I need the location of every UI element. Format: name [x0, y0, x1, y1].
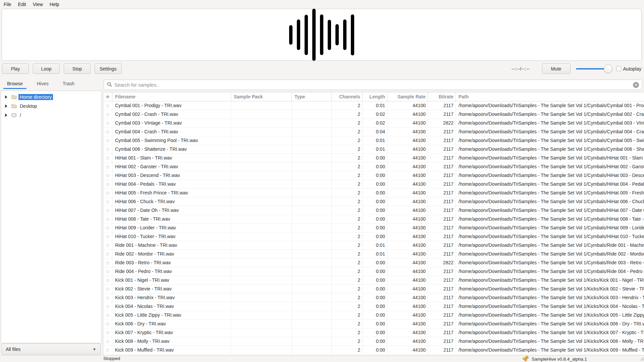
table-row[interactable]: ☆Cymbal 003 - VIntage - TRI.wav20:024410…: [103, 119, 644, 128]
favorite-star-icon[interactable]: ☆: [103, 302, 112, 311]
favorite-star-icon[interactable]: ☆: [103, 328, 112, 337]
settings-button[interactable]: Settings: [95, 63, 122, 74]
cell-path: /home/apoorv/Downloads/TriSamples - The …: [456, 250, 644, 258]
mute-button[interactable]: Mute: [542, 63, 571, 74]
favorite-star-icon[interactable]: ☆: [103, 197, 112, 206]
favorite-star-icon[interactable]: ☆: [103, 101, 112, 110]
column-header-bitrate[interactable]: Bitrate: [428, 92, 456, 101]
favorite-star-icon[interactable]: ☆: [103, 171, 112, 180]
table-row[interactable]: ☆HiHat 004 - Pedals - TRI.wav20:00441002…: [103, 180, 644, 189]
expander-arrow-icon[interactable]: [5, 104, 7, 108]
cell-channels: 2: [332, 224, 363, 232]
favorite-star-icon[interactable]: ☆: [103, 154, 112, 162]
table-row[interactable]: ☆Kick 009 - Muffled - TRI.wav20:00441002…: [103, 346, 644, 355]
waveform-panel[interactable]: [2, 9, 642, 61]
table-row[interactable]: ☆Cymbal 005 - Swimming Pool - TRI.wav20:…: [103, 136, 644, 145]
file-filter-dropdown[interactable]: All files ▼: [1, 344, 101, 355]
menu-help[interactable]: Help: [46, 0, 63, 9]
favorite-star-icon[interactable]: ☆: [103, 232, 112, 241]
expander-arrow-icon[interactable]: [5, 95, 7, 99]
favorite-star-icon[interactable]: ☆: [103, 163, 112, 171]
favorite-star-icon[interactable]: ☆: [103, 136, 112, 145]
column-header-length[interactable]: Length: [363, 92, 387, 101]
tree-item-desktop[interactable]: Desktop: [1, 101, 101, 110]
column-header-type[interactable]: Type: [292, 92, 332, 101]
autoplay-checkbox[interactable]: [616, 66, 621, 71]
menu-view[interactable]: View: [30, 0, 46, 9]
table-row[interactable]: ☆HiHat 009 - Lorider - TRI.wav20:0044100…: [103, 224, 644, 232]
table-row[interactable]: ☆Cymbal 006 - Shatterize - TRI.wav20:014…: [103, 145, 644, 154]
favorite-star-icon[interactable]: ☆: [103, 189, 112, 197]
menu-file[interactable]: File: [0, 0, 15, 9]
table-row[interactable]: ☆HiHat 008 - Tate - TRI.wav20:0044100211…: [103, 215, 644, 224]
favorite-star-icon[interactable]: ☆: [103, 311, 112, 319]
favorite-star-icon[interactable]: ☆: [103, 215, 112, 223]
volume-slider-knob[interactable]: [604, 64, 612, 73]
favorite-star-icon[interactable]: ☆: [103, 224, 112, 232]
favorite-star-icon[interactable]: ☆: [103, 145, 112, 153]
tab-hives[interactable]: Hives: [33, 77, 52, 91]
favorite-star-icon[interactable]: ☆: [103, 320, 112, 328]
table-row[interactable]: ☆HiHat 010 - Tucker - TRI.wav20:00441002…: [103, 232, 644, 241]
table-row[interactable]: ☆Cymbal 002 - Crash - TRI.wav20:02441002…: [103, 110, 644, 119]
table-row[interactable]: ☆HiHat 007 - Date Oh - TRI.wav20:0044100…: [103, 206, 644, 215]
favorite-star-icon[interactable]: ☆: [103, 259, 112, 267]
favorite-column-header[interactable]: ★: [103, 92, 112, 101]
resize-grip[interactable]: [639, 356, 644, 362]
favorite-star-icon[interactable]: ☆: [103, 267, 112, 276]
table-row[interactable]: ☆Kick 007 - Kryptic - TRI.wav20:00441002…: [103, 328, 644, 337]
tab-browse[interactable]: Browse: [3, 77, 26, 91]
table-row[interactable]: ☆Kick 004 - Nicolas - TRI.wav20:00441002…: [103, 302, 644, 311]
table-row[interactable]: ☆Ride 004 - Pedro - TRI.wav20:0044100211…: [103, 267, 644, 276]
tab-trash[interactable]: Trash: [59, 77, 78, 91]
volume-slider[interactable]: [576, 64, 612, 73]
cell-path: /home/apoorv/Downloads/TriSamples - The …: [456, 311, 644, 319]
file-filter-value: All files: [6, 347, 20, 352]
column-header-path[interactable]: Path: [456, 92, 644, 101]
table-row[interactable]: ☆Kick 003 - Hendrix - TRI.wav20:00441002…: [103, 293, 644, 302]
table-row[interactable]: ☆HiHat 006 - Chuck - TRI.wav20:004410021…: [103, 197, 644, 206]
table-row[interactable]: ☆Kick 001 - Nigel - TRI.wav20:0044100211…: [103, 276, 644, 285]
table-row[interactable]: ☆HiHat 001 - Slam - TRI.wav20:0044100211…: [103, 154, 644, 163]
search-input[interactable]: [114, 82, 633, 88]
favorite-star-icon[interactable]: ☆: [103, 337, 112, 346]
table-row[interactable]: ☆Kick 002 - Stevie - TRI.wav20:004410021…: [103, 285, 644, 293]
clear-search-icon[interactable]: ×: [633, 82, 639, 88]
menu-edit[interactable]: Edit: [15, 0, 30, 9]
favorite-star-icon[interactable]: ☆: [103, 250, 112, 258]
tree-item-home-directory[interactable]: Home directory: [1, 92, 101, 101]
table-row[interactable]: ☆Kick 008 - Molly - TRI.wav20:0044100211…: [103, 337, 644, 346]
cell-filename: Ride 001 - Machine - TRI.wav: [112, 241, 231, 250]
tree-item-root[interactable]: /: [1, 110, 101, 120]
favorite-star-icon[interactable]: ☆: [103, 241, 112, 250]
table-row[interactable]: ☆Ride 003 - Retro - TRI.wav20:0044100282…: [103, 259, 644, 267]
favorite-star-icon[interactable]: ☆: [103, 293, 112, 302]
table-row[interactable]: ☆Kick 005 - Little Zippy - TRI.wav20:004…: [103, 311, 644, 320]
play-button[interactable]: Play: [2, 63, 29, 74]
table-row[interactable]: ☆HiHat 002 - Ganster - TRI.wav20:0044100…: [103, 163, 644, 171]
favorite-star-icon[interactable]: ☆: [103, 346, 112, 354]
table-row[interactable]: ☆HiHat 005 - Fresh Prince - TRI.wav20:00…: [103, 189, 644, 197]
expander-arrow-icon[interactable]: [5, 114, 7, 117]
column-header-sample-rate[interactable]: Sample Rate: [387, 92, 428, 101]
table-row[interactable]: ☆Kick 006 - Dry - TRI.wav20:00441002117/…: [103, 320, 644, 328]
column-header-filename[interactable]: Filename: [112, 92, 231, 101]
favorite-star-icon[interactable]: ☆: [103, 119, 112, 127]
favorite-star-icon[interactable]: ☆: [103, 206, 112, 215]
column-header-sample-pack[interactable]: Sample Pack: [231, 92, 292, 101]
favorite-star-icon[interactable]: ☆: [103, 128, 112, 136]
stop-button[interactable]: Stop: [64, 63, 91, 74]
table-row[interactable]: ☆HiHat 003 - Descend - TRI.wav20:0044100…: [103, 171, 644, 180]
search-bar[interactable]: ×: [104, 80, 642, 90]
table-row[interactable]: ☆Ride 002 - Mordor - TRI.wav20:014410021…: [103, 250, 644, 259]
favorite-star-icon[interactable]: ☆: [103, 180, 112, 188]
loop-button[interactable]: Loop: [33, 63, 60, 74]
favorite-star-icon[interactable]: ☆: [103, 276, 112, 284]
table-row[interactable]: ☆Cymbal 001 - Prodigy - TRI.wav20:014410…: [103, 101, 644, 110]
favorite-star-icon[interactable]: ☆: [103, 285, 112, 293]
table-row[interactable]: ☆Ride 001 - Machine - TRI.wav20:01441002…: [103, 241, 644, 250]
table-row[interactable]: ☆Cymbal 004 - Crash - TRI.wav20:04441002…: [103, 128, 644, 136]
favorite-star-icon[interactable]: ☆: [103, 110, 112, 119]
cell-sample-pack: [231, 311, 292, 319]
column-header-channels[interactable]: Channels: [332, 92, 363, 101]
